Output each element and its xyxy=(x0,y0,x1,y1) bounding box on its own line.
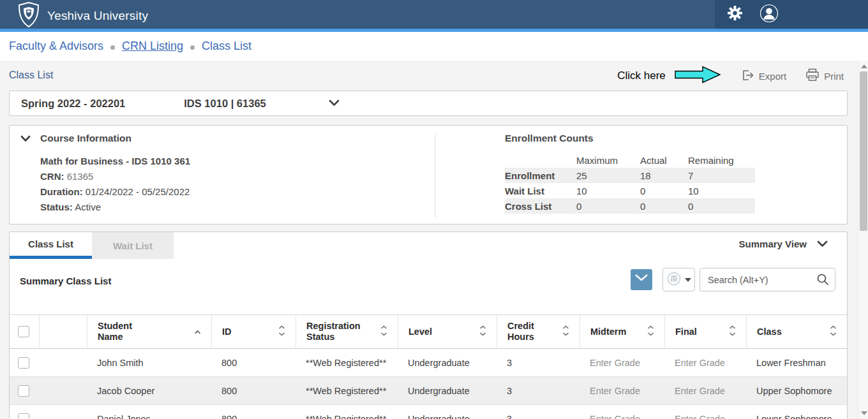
midterm-grade-link[interactable]: Enter Grade xyxy=(580,358,664,368)
course-information-panel: Course Information Math for Business - I… xyxy=(9,125,848,224)
midterm-grade-link[interactable]: Enter Grade xyxy=(580,386,664,396)
select-all-checkbox[interactable] xyxy=(18,326,29,337)
page-header-bar: Class List Click here Export xyxy=(0,61,868,91)
university-name: Yeshiva University xyxy=(47,9,148,23)
class-standing-cell: Lower Sophomore xyxy=(746,414,847,419)
print-button[interactable]: Print xyxy=(805,68,844,84)
crn-line: CRN: 61365 xyxy=(40,169,190,184)
row-label: Enrollment xyxy=(505,168,576,183)
chevron-down-icon xyxy=(329,98,340,109)
header-registration-status[interactable]: Registration Status xyxy=(296,315,398,348)
registration-status-cell: **Web Registered** xyxy=(296,358,398,368)
header-id[interactable]: ID xyxy=(211,315,296,348)
university-shield-logo-icon xyxy=(18,2,40,30)
panel-divider xyxy=(435,135,435,217)
final-grade-link[interactable]: Enter Grade xyxy=(664,386,746,396)
final-grade-link[interactable]: Enter Grade xyxy=(664,414,746,419)
tab-wait-list[interactable]: Wait List xyxy=(92,232,174,259)
course-value: IDS 1010 | 61365 xyxy=(184,98,266,110)
row-label: Cross List xyxy=(505,198,576,214)
sort-icon[interactable] xyxy=(380,325,387,339)
cross-list-row: Cross List 0 0 0 xyxy=(505,198,755,214)
brand[interactable]: Yeshiva University xyxy=(18,2,148,30)
summary-class-list-heading: Summary Class List xyxy=(20,276,111,286)
level-cell: Undergraduate xyxy=(398,358,497,368)
user-profile-icon[interactable] xyxy=(760,4,779,26)
header-class[interactable]: Class xyxy=(746,315,847,348)
sort-icon[interactable] xyxy=(562,325,569,339)
cell-value: 0 xyxy=(576,198,640,214)
sort-icon[interactable] xyxy=(278,325,285,339)
enrollment-counts-table: Maximum Actual Remaining Enrollment 25 1… xyxy=(505,152,755,214)
class-standing-cell: Upper Sophomore xyxy=(746,386,847,396)
row-checkbox[interactable] xyxy=(18,357,29,369)
cell-value: 25 xyxy=(576,168,640,183)
student-row[interactable]: John Smith 800 **Web Registered** Underg… xyxy=(10,349,847,377)
header-student-name[interactable]: Student Name xyxy=(87,315,211,348)
collapse-chevron-icon[interactable] xyxy=(20,133,31,145)
search-input[interactable] xyxy=(700,268,835,291)
credit-hours-cell: 3 xyxy=(497,358,580,368)
enrollment-col-maximum: Maximum xyxy=(576,152,640,168)
click-here-annotation: Click here xyxy=(617,70,666,82)
vertical-scrollbar[interactable] xyxy=(858,61,868,419)
top-navigation-bar: Yeshiva University xyxy=(0,0,868,29)
header-midterm[interactable]: Midterm xyxy=(580,315,664,348)
page-title: Class List xyxy=(9,70,53,81)
cell-value: 7 xyxy=(688,168,755,183)
cell-value: 0 xyxy=(640,183,688,198)
sort-ascending-icon[interactable] xyxy=(194,327,201,337)
student-name-cell[interactable]: John Smith xyxy=(87,358,211,368)
enrollment-col-actual: Actual xyxy=(640,152,688,168)
sort-icon[interactable] xyxy=(479,325,486,339)
header-credit-hours[interactable]: Credit Hours xyxy=(497,315,580,348)
breadcrumb: Faculty & Advisors CRN Listing Class Lis… xyxy=(0,32,868,61)
scroll-down-arrow[interactable] xyxy=(861,411,867,415)
credit-hours-cell: 3 xyxy=(497,386,580,396)
settings-gear-icon[interactable] xyxy=(727,5,743,24)
tab-class-list[interactable]: Class List xyxy=(10,232,92,256)
column-tool-dropdown[interactable] xyxy=(662,268,695,291)
course-details: Math for Business - IDS 1010 361 CRN: 61… xyxy=(40,154,190,215)
course-title: Math for Business - IDS 1010 361 xyxy=(40,154,190,169)
printer-icon xyxy=(805,68,819,84)
term-value: Spring 2022 - 202201 xyxy=(21,98,125,110)
view-mode-label: Summary View xyxy=(739,239,807,249)
student-row[interactable]: Daniel Jones 800 **Web Registered** Unde… xyxy=(10,405,847,419)
cell-value: 10 xyxy=(688,183,755,198)
student-row[interactable]: Jacob Cooper 800 **Web Registered** Unde… xyxy=(10,377,847,405)
final-grade-link[interactable]: Enter Grade xyxy=(664,358,746,368)
sort-icon[interactable] xyxy=(729,325,736,339)
credit-hours-cell: 3 xyxy=(497,414,580,419)
row-checkbox[interactable] xyxy=(18,413,29,419)
sort-icon[interactable] xyxy=(647,325,654,339)
registration-status-cell: **Web Registered** xyxy=(296,386,398,396)
header-level[interactable]: Level xyxy=(398,315,497,348)
search-icon xyxy=(817,274,829,288)
row-label: Wait List xyxy=(505,183,576,198)
course-information-title: Course Information xyxy=(40,133,131,144)
level-cell: Undergraduate xyxy=(398,386,497,396)
student-name-cell[interactable]: Jacob Cooper xyxy=(87,386,211,396)
student-name-cell[interactable]: Daniel Jones xyxy=(87,414,211,419)
columns-circle-icon xyxy=(667,272,681,288)
email-button[interactable] xyxy=(631,269,652,290)
level-cell: Undergraduate xyxy=(398,414,497,419)
export-button[interactable]: Export xyxy=(741,69,786,84)
duration-value: 01/24/2022 - 05/25/2022 xyxy=(86,186,190,197)
chevron-down-icon xyxy=(817,239,828,249)
breadcrumb-faculty-advisors[interactable]: Faculty & Advisors xyxy=(9,40,103,53)
scrollbar-thumb[interactable] xyxy=(860,71,867,231)
status-label: Status: xyxy=(40,202,73,212)
midterm-grade-link[interactable]: Enter Grade xyxy=(580,414,664,419)
scroll-up-arrow[interactable] xyxy=(861,64,867,68)
view-mode-dropdown[interactable]: Summary View xyxy=(739,239,828,249)
sort-icon[interactable] xyxy=(830,325,837,339)
term-course-selector[interactable]: Spring 2022 - 202201 IDS 1010 | 61365 xyxy=(9,91,848,116)
breadcrumb-crn-listing[interactable]: CRN Listing xyxy=(122,40,183,53)
row-checkbox[interactable] xyxy=(18,385,29,397)
cell-value: 10 xyxy=(576,183,640,198)
header-final[interactable]: Final xyxy=(664,315,746,348)
envelope-icon xyxy=(634,272,649,287)
id-cell: 800 xyxy=(211,386,296,396)
